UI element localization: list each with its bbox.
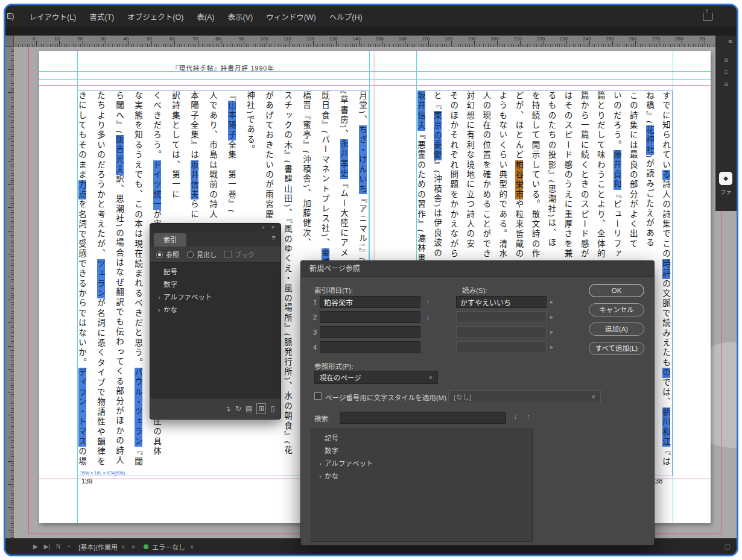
ruler-corner[interactable] [5, 36, 14, 47]
yomi-suggest-icon-4[interactable]: ▸ [550, 341, 553, 353]
menu-item-partial[interactable]: E) [7, 12, 14, 20]
guide[interactable] [39, 79, 711, 80]
guide[interactable] [39, 71, 711, 72]
entry-level-number: 1 [308, 296, 317, 308]
yomi-suggest-icon-1[interactable]: ▸ [550, 296, 553, 308]
close-panel-icon[interactable]: × [271, 224, 274, 231]
reference-format-dropdown[interactable]: 現在のページ ∨ [314, 371, 438, 384]
statusbar-corner-icon[interactable]: ▢ [725, 543, 731, 550]
index-entry-input-3[interactable] [320, 326, 420, 338]
ruler-label: 80 [212, 36, 224, 42]
expand-dock-icon[interactable]: « [728, 37, 732, 45]
menu-item[interactable]: 表示(V) [221, 11, 259, 22]
ruler-label: 100 [258, 36, 270, 42]
menu-item[interactable]: レイアウト(L) [23, 11, 83, 22]
chevron-right-icon[interactable]: › [317, 458, 323, 470]
ruler-label: 90 [235, 36, 247, 42]
cancel-button[interactable]: キャンセル [589, 303, 644, 316]
index-entry-input-4[interactable] [320, 341, 420, 353]
tree-item[interactable]: 数字 [150, 278, 281, 291]
menu-item[interactable]: ヘルプ(H) [323, 11, 369, 22]
create-page-reference-icon[interactable]: ↴ [225, 404, 231, 414]
status-play-icon[interactable]: ▶ [33, 543, 38, 550]
add-button[interactable]: 追加(A) [589, 322, 644, 336]
ruler-label: 0 [28, 36, 40, 42]
search-down-icon[interactable]: ↓ [513, 412, 517, 421]
yomi-suggest-icon-2[interactable]: ▸ [550, 311, 553, 323]
tree-item[interactable]: ›アルファベット [150, 291, 281, 304]
status-close-icon[interactable]: × [132, 543, 135, 550]
menu-item[interactable]: オブジェクト(O) [121, 11, 190, 22]
yomi-suggest-icon-3[interactable]: ▸ [550, 326, 553, 338]
column-guide[interactable] [77, 51, 78, 523]
yomi-input-1[interactable] [456, 296, 547, 308]
cc-libraries-panel-icon[interactable]: ◆ [719, 172, 732, 185]
add-all-button[interactable]: すべて追加(L) [589, 342, 644, 355]
collapsed-character-panel-icon[interactable]: a [715, 54, 737, 66]
share-icon[interactable]: ↑ [703, 13, 712, 20]
tree-item[interactable]: 記号 [311, 432, 532, 445]
yomi-input-3[interactable] [456, 326, 547, 338]
status-clock-icon[interactable]: ◔ [66, 543, 70, 550]
menu-item[interactable]: ウィンドウ(W) [259, 11, 323, 22]
topic-label: 見出し [197, 250, 217, 259]
book-checkbox[interactable] [224, 251, 232, 258]
preflight-profile-dropdown[interactable]: [基本](作業用 ∨ [78, 542, 125, 552]
menu-item[interactable]: 表(A) [190, 11, 221, 22]
new-index-entry-icon[interactable]: ⊞ [256, 403, 266, 414]
chevron-right-icon[interactable]: › [156, 291, 162, 304]
yomi-input-4[interactable] [456, 341, 547, 353]
index-tree: 記号数字›アルファベット›かな [150, 262, 281, 398]
preflight-profile: [基本](作業用 [78, 542, 118, 552]
ruler-label: 210 [512, 36, 524, 42]
ruler-label: 140 [350, 36, 363, 42]
tree-item-label: 記号 [163, 266, 177, 278]
index-entry-input-2[interactable] [320, 311, 420, 323]
collapse-panel-icon[interactable]: « [262, 224, 265, 231]
tree-item-label: 記号 [325, 432, 338, 445]
reference-radio[interactable] [156, 251, 163, 258]
dock-collapsed-icons: a≡a [715, 54, 737, 90]
move-entry-down-icon[interactable]: ↓ [426, 311, 430, 323]
menu-item[interactable]: 書式(T) [83, 11, 121, 22]
delete-entry-icon[interactable]: ▯ [270, 404, 274, 414]
char-style-dropdown: [なし] ∨ [448, 390, 601, 403]
tree-indent [156, 278, 162, 291]
search-up-icon[interactable]: ↑ [527, 412, 530, 421]
panel-menu-icon[interactable]: ≡ [272, 234, 276, 241]
search-label: 検索: [314, 414, 330, 423]
tree-item[interactable]: 記号 [150, 266, 281, 278]
cc-libraries-label: ファ [715, 187, 737, 196]
update-preview-icon[interactable]: ↻ [235, 404, 241, 414]
status-skip-icon[interactable]: ▶| [44, 543, 50, 550]
ruler-label: 50 [143, 36, 155, 42]
tree-item[interactable]: ›アルファベット [311, 458, 532, 470]
collapsed-paragraph-panel-icon[interactable]: ≡ [715, 66, 737, 78]
menu-items: レイアウト(L)書式(T)オブジェクト(O)表(A)表示(V)ウィンドウ(W)ヘ… [23, 11, 369, 22]
ok-button[interactable]: OK [589, 284, 644, 297]
preflight-status-dropdown-icon[interactable]: ∨ [190, 544, 194, 550]
tree-item[interactable]: ›かな [311, 470, 532, 483]
apply-char-style-checkbox[interactable] [314, 392, 322, 400]
find-entry-icon[interactable]: ▤ [246, 404, 252, 414]
tree-item[interactable]: ›かな [150, 304, 281, 316]
tree-item[interactable]: 数字 [311, 445, 532, 458]
index-panel: « × 索引 ≡ 参照 見出し ブック 記号数字›アルファベット›かな ↴↻▤⊞… [150, 223, 281, 420]
search-input[interactable] [340, 412, 506, 424]
yomi-input-2[interactable] [456, 311, 547, 323]
ruler-label: 150 [373, 36, 385, 42]
vertical-ruler[interactable] [5, 47, 14, 538]
horizontal-ruler[interactable]: 1001020304050607080901001101201301401501… [14, 36, 715, 47]
topic-radio[interactable] [187, 251, 194, 258]
index-entry-input-1[interactable] [320, 296, 420, 308]
tree-item-label: 数字 [325, 445, 338, 458]
chevron-right-icon[interactable]: › [317, 470, 323, 483]
move-entry-up-icon[interactable]: ↑ [426, 296, 430, 308]
collapsed-glyphs-panel-icon[interactable]: a [715, 78, 737, 90]
status-n-badge[interactable]: N [56, 543, 60, 550]
dialog-titlebar[interactable]: 新規ページ参照 [301, 261, 654, 277]
panel-dragbar[interactable]: « × [150, 224, 281, 231]
chevron-right-icon[interactable]: › [156, 304, 162, 316]
index-panel-tab[interactable]: 索引 [154, 233, 186, 247]
column-guide[interactable] [673, 51, 673, 523]
